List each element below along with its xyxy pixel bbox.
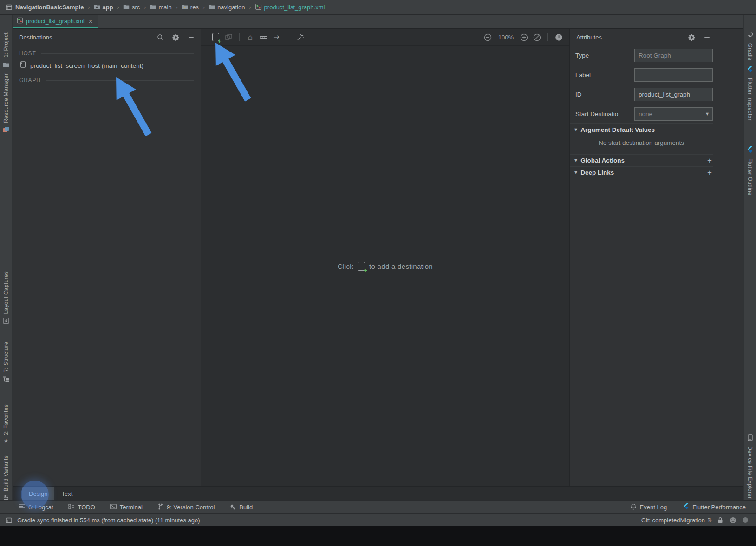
label-label: Label <box>575 72 634 78</box>
action-arrow-icon[interactable]: → <box>272 33 280 41</box>
add-global-action-button[interactable]: + <box>706 156 713 164</box>
flutter-icon <box>747 66 753 75</box>
chevron-right-icon: › <box>174 4 179 11</box>
label-field[interactable] <box>634 68 713 82</box>
zoom-level: 100% <box>498 34 514 41</box>
lock-icon[interactable] <box>716 516 724 524</box>
structure-icon <box>3 376 9 384</box>
sidebar-label: Resource Manager <box>3 73 9 123</box>
toolwindow-terminal[interactable]: Terminal <box>110 504 143 511</box>
smiley-feedback-icon[interactable] <box>729 516 737 524</box>
type-label: Type <box>575 52 634 59</box>
gear-icon[interactable] <box>687 33 696 41</box>
sidebar-item-build-variants[interactable]: Build Variants <box>0 455 12 503</box>
minimize-icon[interactable] <box>703 33 711 41</box>
search-icon[interactable] <box>156 33 164 41</box>
destinations-title: Destinations <box>19 34 52 41</box>
gear-icon[interactable] <box>171 33 180 41</box>
sidebar-item-device-file-explorer[interactable]: Device File Explorer <box>744 434 756 499</box>
todo-icon <box>68 504 75 511</box>
sidebar-item-resource-manager[interactable]: Resource Manager <box>0 73 12 135</box>
destination-host-item[interactable]: product_list_screen_host (main_content) <box>13 58 201 72</box>
close-icon[interactable]: × <box>88 18 93 25</box>
sidebar-item-flutter-inspector[interactable]: Flutter Inspector <box>744 66 756 121</box>
editor-tab-product-list-graph[interactable]: product_list_graph.xml × <box>13 15 98 28</box>
toolwindow-flutter-performance[interactable]: Flutter Performance <box>684 503 746 511</box>
attributes-panel: Attributes Type Root Graph Label <box>569 29 743 486</box>
zoom-out-icon[interactable] <box>484 33 492 41</box>
notification-icon[interactable] <box>741 516 749 524</box>
git-branch-widget[interactable]: Git: completedMigration ⇅ <box>641 517 712 524</box>
sidebar-item-project[interactable]: 1: Project <box>0 32 12 69</box>
empty-canvas-message: Click to add a destination <box>338 262 433 271</box>
id-field[interactable]: product_list_graph <box>634 88 713 101</box>
toolwindow-logcat[interactable]: 6: Logcat <box>19 504 53 511</box>
status-bar: Gradle sync finished in 554 ms (from cac… <box>0 514 756 526</box>
gradle-icon <box>747 32 754 40</box>
collapse-triangle-icon: ▼ <box>574 158 577 162</box>
nested-graph-icon[interactable] <box>224 33 233 41</box>
zoom-in-icon[interactable] <box>520 33 528 41</box>
tab-text-label: Text <box>61 490 72 497</box>
sidebar-item-gradle[interactable]: Gradle <box>744 32 756 61</box>
zoom-to-fit-icon[interactable] <box>533 33 541 41</box>
terminal-icon <box>110 504 117 511</box>
status-message[interactable]: Gradle sync finished in 554 ms (from cac… <box>17 517 200 524</box>
window-icon[interactable] <box>5 3 13 12</box>
id-label: ID <box>575 91 634 98</box>
auto-arrange-icon[interactable] <box>296 33 305 41</box>
host-fragment-icon <box>19 61 26 70</box>
add-deep-link-button[interactable]: + <box>706 169 713 176</box>
add-destination-button[interactable] <box>211 33 220 41</box>
chevron-down-icon: ▼ <box>702 112 712 116</box>
version-control-icon <box>157 503 163 511</box>
breadcrumb-item-src[interactable]: src <box>122 4 141 11</box>
nav-graph-file-icon <box>17 17 23 26</box>
empty-message-prefix: Click <box>338 262 353 270</box>
destinations-panel: Destinations HOST product_list_screen_ho… <box>13 29 201 486</box>
sidebar-item-favorites[interactable]: 2: Favorites ★ <box>0 404 12 444</box>
minimize-icon[interactable] <box>187 33 195 41</box>
section-deep-links[interactable]: ▼ Deep Links + <box>570 166 713 178</box>
breadcrumb-item-res[interactable]: res <box>180 4 200 11</box>
tool-window-bar: 6: Logcat TODO Terminal 9: Version Contr… <box>0 500 756 514</box>
sidebar-item-flutter-outline[interactable]: Flutter Outline <box>744 146 756 195</box>
right-tool-stripe: Gradle Flutter Inspector Flutter Outline… <box>743 15 756 500</box>
flutter-icon <box>747 146 753 155</box>
editor-mode-tabs: Design Text <box>13 486 743 500</box>
breadcrumb-item-file[interactable]: product_list_graph.xml <box>254 3 326 12</box>
type-field[interactable]: Root Graph <box>634 49 713 62</box>
git-update-icon: ⇅ <box>707 517 712 523</box>
tab-text[interactable]: Text <box>54 487 79 500</box>
breadcrumb-item-project-root[interactable]: NavigationBasicSample <box>14 4 85 11</box>
breadcrumb-item-main[interactable]: main <box>148 4 173 11</box>
home-icon[interactable]: ⌂ <box>246 33 254 41</box>
sidebar-label: Build Variants <box>3 455 9 491</box>
sidebar-item-layout-captures[interactable]: Layout Captures <box>0 271 12 326</box>
flutter-icon <box>684 503 689 511</box>
start-destination-dropdown[interactable]: none ▼ <box>634 107 713 121</box>
sidebar-item-structure[interactable]: 7: Structure <box>0 342 12 384</box>
tab-design[interactable]: Design <box>22 487 54 500</box>
toolwindow-todo[interactable]: TODO <box>68 504 95 511</box>
toggle-toolwindows-icon[interactable] <box>5 516 13 524</box>
issues-icon[interactable] <box>554 33 563 41</box>
link-icon[interactable] <box>259 33 267 41</box>
chevron-right-icon: › <box>201 4 206 11</box>
breadcrumb-item-navigation[interactable]: navigation <box>207 4 246 11</box>
sidebar-label: Gradle <box>747 43 753 61</box>
sidebar-label: Layout Captures <box>3 271 9 314</box>
screen-letterbox <box>0 526 756 546</box>
chevron-right-icon: › <box>247 4 252 11</box>
device-icon <box>748 434 753 443</box>
section-argument-default-values[interactable]: ▼ Argument Default Values <box>570 124 713 136</box>
section-title: Argument Default Values <box>580 126 655 133</box>
nav-editor-canvas[interactable]: ⌂ → 100% C <box>201 29 569 486</box>
toolwindow-event-log[interactable]: Event Log <box>630 503 667 511</box>
chevron-right-icon: › <box>86 4 91 11</box>
section-global-actions[interactable]: ▼ Global Actions + <box>570 154 713 166</box>
toolwindow-build[interactable]: Build <box>229 503 253 511</box>
toolwindow-version-control[interactable]: 9: Version Control <box>157 503 215 511</box>
folder-icon <box>150 4 156 11</box>
breadcrumb-item-app[interactable]: app <box>92 4 115 11</box>
